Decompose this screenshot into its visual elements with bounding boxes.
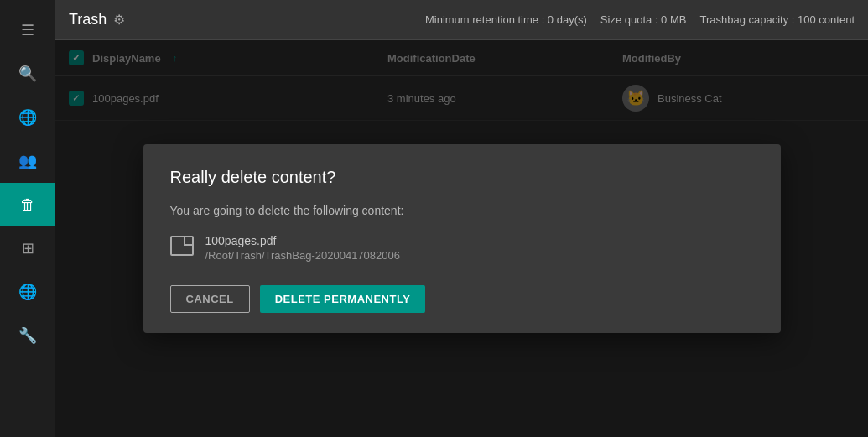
page-title: Trash xyxy=(69,11,107,29)
capacity-info: Trashbag capacity : 100 content xyxy=(699,13,855,26)
globe2-icon: 🌐 xyxy=(18,283,37,301)
delete-permanently-button[interactable]: DELETE PERMANENTLY xyxy=(260,285,426,313)
tools-icon: 🔧 xyxy=(18,326,37,345)
file-icon xyxy=(170,236,194,256)
dialog-body: You are going to delete the following co… xyxy=(170,204,754,217)
grid-icon: ⊞ xyxy=(22,239,34,258)
dialog-overlay: Really delete content? You are going to … xyxy=(55,40,868,437)
main-content: Trash ⚙ Minimum retention time : 0 day(s… xyxy=(55,0,868,437)
quota-info: Size quota : 0 MB xyxy=(600,13,687,26)
sidebar-item-users[interactable]: 👥 xyxy=(0,139,55,183)
delete-dialog: Really delete content? You are going to … xyxy=(143,144,781,333)
gear-icon[interactable]: ⚙ xyxy=(113,12,125,28)
sidebar-item-globe2[interactable]: 🌐 xyxy=(0,270,55,314)
dialog-actions: CANCEL DELETE PERMANENTLY xyxy=(170,285,754,313)
header-meta: Minimum retention time : 0 day(s) Size q… xyxy=(425,13,855,26)
sidebar-item-menu[interactable]: ☰ xyxy=(0,8,55,52)
file-info: 100pages.pdf /Root/Trash/TrashBag-202004… xyxy=(205,234,400,262)
sidebar-item-globe[interactable]: 🌐 xyxy=(0,96,55,139)
globe-icon: 🌐 xyxy=(18,108,37,127)
dialog-file-path: /Root/Trash/TrashBag-20200417082006 xyxy=(205,249,400,262)
sidebar-item-search[interactable]: 🔍 xyxy=(0,52,55,96)
header: Trash ⚙ Minimum retention time : 0 day(s… xyxy=(55,0,868,40)
sidebar: ☰ 🔍 🌐 👥 🗑 ⊞ 🌐 🔧 xyxy=(0,0,55,437)
dialog-file-row: 100pages.pdf /Root/Trash/TrashBag-202004… xyxy=(170,234,754,262)
sidebar-item-grid[interactable]: ⊞ xyxy=(0,226,55,270)
sidebar-item-tools[interactable]: 🔧 xyxy=(0,314,55,357)
dialog-title: Really delete content? xyxy=(170,168,754,187)
users-icon: 👥 xyxy=(18,152,37,170)
table-container: DisplayName ↑ ModificationDate ModifiedB… xyxy=(55,40,868,437)
sidebar-item-trash[interactable]: 🗑 xyxy=(0,183,55,226)
search-icon: 🔍 xyxy=(18,65,37,83)
dialog-file-name: 100pages.pdf xyxy=(205,234,400,247)
hamburger-icon: ☰ xyxy=(21,21,34,39)
cancel-button[interactable]: CANCEL xyxy=(170,285,250,313)
retention-info: Minimum retention time : 0 day(s) xyxy=(425,13,587,26)
trash-icon: 🗑 xyxy=(20,196,35,214)
